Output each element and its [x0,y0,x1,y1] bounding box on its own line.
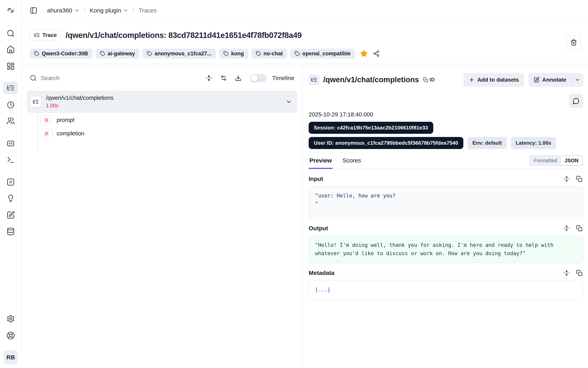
copy-icon [576,176,582,182]
copy-section-button[interactable] [575,269,583,277]
trace-node-badge [309,74,319,85]
chevron-down-icon [74,8,79,13]
tree-node-completion[interactable]: completion [27,128,297,140]
format-option-json[interactable]: JSON [561,156,582,165]
download-button[interactable] [233,73,244,83]
sidebar-item-home[interactable] [3,43,18,56]
copy-section-button[interactable] [575,175,583,183]
download-icon [235,75,242,82]
tree-node-label: /qwen/v1/chat/completions [46,95,286,101]
home-icon [7,45,15,54]
sidebar-item-traces[interactable] [3,82,18,94]
trace-node-badge [30,96,42,107]
annotate-split-button: Annotate [529,73,583,87]
session-badge[interactable]: Session: c42fca19b75e13aac2b2106610f81e3… [309,122,433,134]
tag-pill[interactable]: no-chat [251,49,287,59]
format-option-formatted[interactable]: Formatted [530,156,561,165]
trace-detail-panel: /qwen/v1/chat/completions ID Add to data… [303,64,588,368]
annotate-menu-button[interactable] [572,73,583,87]
breadcrumb-page[interactable]: Traces [139,7,157,14]
breadcrumb-separator: / [133,7,134,14]
metadata-section-title: Metadata [309,270,334,276]
tag-pill[interactable]: kong [219,49,248,59]
sidebar-item-dashboards[interactable] [3,60,18,73]
chevron-down-icon [123,8,128,13]
clipboard-pen-icon [7,211,15,219]
lightbulb-icon [7,194,15,202]
sidebar-item-search[interactable] [3,27,18,40]
main-area: ahura360 / Kong plugin / Traces Trace [22,0,588,368]
metadata-section: Metadata {...} [309,269,583,299]
annotate-button[interactable]: Annotate [529,73,572,87]
tag-pill[interactable]: openai_compatible [290,49,355,59]
input-section: Input "user: Hello, how are you? " [309,175,583,218]
trace-tree-panel: Timeline /qwen/v1/chat/completions 1.00s [22,64,303,368]
collapse-section-button[interactable] [563,269,571,277]
dashboard-icon [7,62,15,70]
tree-node-root[interactable]: /qwen/v1/chat/completions 1.00s [27,91,297,113]
trace-badge-label: Trace [42,32,57,38]
page-title: /qwen/v1/chat/completions: 83cd78211d41e… [66,31,302,40]
latency-badge: Latency: 1.00s [511,137,556,149]
breadcrumb: ahura360 / Kong plugin / Traces [47,7,157,14]
square-pen-icon [534,77,540,83]
collapse-node-button[interactable] [286,99,292,105]
copy-id-button[interactable]: ID [423,77,435,83]
sidebar-item-playground[interactable] [3,154,18,166]
sidebar-item-support[interactable] [3,329,18,342]
tree-settings-button[interactable] [218,73,229,83]
breadcrumb-project-label: Kong plugin [90,7,121,14]
tag-pill[interactable]: anonymous_c1fca27... [142,49,216,59]
user-avatar[interactable]: RB [4,350,18,364]
copy-section-button[interactable] [575,224,583,232]
sidebar-toggle-button[interactable] [29,6,38,15]
timeline-toggle[interactable] [250,74,267,82]
sidebar-item-sessions[interactable] [3,99,18,111]
trace-header: Trace /qwen/v1/chat/completions: 83cd782… [22,21,588,64]
share-button[interactable] [373,50,380,57]
collapse-section-button[interactable] [563,175,571,183]
output-section-title: Output [309,225,328,232]
fold-vertical-icon [563,176,570,182]
sidebar-item-annotation-queues[interactable] [3,209,18,221]
sidebar-item-settings[interactable] [3,313,18,325]
sidebar: RB [0,0,22,368]
delete-trace-button[interactable] [567,35,581,50]
sidebar-item-insights[interactable] [3,192,18,205]
timeline-label: Timeline [272,75,294,82]
list-tree-icon [311,77,317,83]
collapse-section-button[interactable] [563,224,571,232]
tag-pill[interactable]: ai-gateway [95,49,139,59]
sidebar-item-evaluators[interactable] [3,176,18,188]
add-to-datasets-button[interactable]: Add to datasets [464,73,524,87]
message-bubble-icon [573,97,580,105]
search-input[interactable] [40,74,200,82]
breadcrumb-org-selector[interactable]: ahura360 [47,7,79,14]
tag-icon [223,51,229,56]
breadcrumb-project-selector[interactable]: Kong plugin [90,7,128,14]
copy-icon [423,77,428,83]
tag-label: Qwen3-Coder:30B [42,51,88,57]
comments-button[interactable] [569,94,583,108]
chevron-down-icon [575,77,580,83]
user-id-badge[interactable]: User ID: anonymous_c1fca2795bbedc5f36678… [309,137,463,149]
breadcrumb-page-label: Traces [139,7,157,14]
input-content: "user: Hello, how are you? " [309,186,583,218]
tag-label: ai-gateway [108,51,135,57]
collapse-all-button[interactable] [203,73,214,83]
trash-icon [570,39,577,46]
sidebar-item-datasets[interactable] [3,225,18,238]
bookmark-star-button[interactable] [360,50,368,57]
sidebar-item-prompts[interactable] [3,137,18,150]
tab-preview[interactable]: Preview [309,157,332,169]
trace-timestamp: 2025-10-29 17:18:40.000 [309,111,583,118]
sidebar-item-users[interactable] [3,115,18,127]
tag-pill[interactable]: Qwen3-Coder:30B [30,49,92,59]
tab-scores[interactable]: Scores [342,157,362,169]
tree-node-prompt[interactable]: prompt [27,114,297,126]
metadata-content[interactable]: {...} [309,280,583,299]
list-tree-icon [34,32,40,38]
square-percent-icon [7,178,15,186]
life-buoy-icon [7,331,15,340]
app-logo-icon[interactable] [6,6,15,15]
